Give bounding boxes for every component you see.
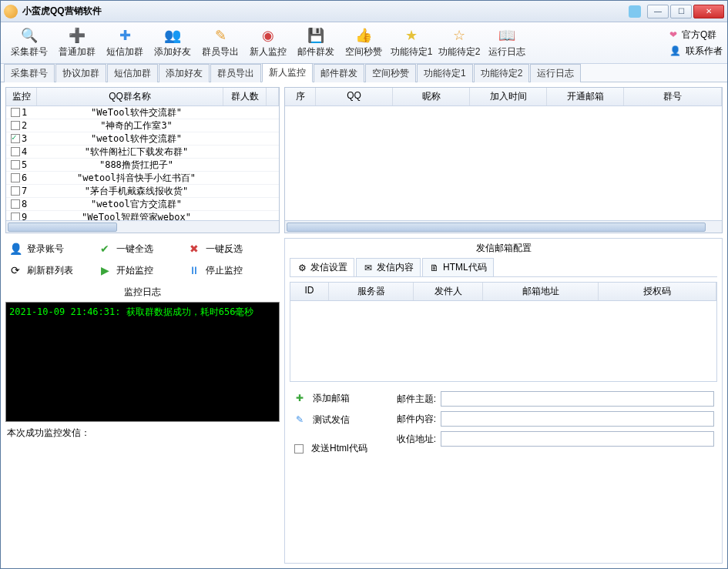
table-row[interactable]: 1"WeTool软件交流群" bbox=[6, 106, 279, 119]
tool-collect-group[interactable]: 🔍采集群号 bbox=[5, 27, 53, 59]
tab-5[interactable]: 新人监控 bbox=[262, 63, 313, 82]
tool-mail-send[interactable]: 💾邮件群发 bbox=[292, 27, 340, 59]
login-account-label: 登录账号 bbox=[27, 243, 64, 256]
group-grid-body[interactable]: 1"WeTool软件交流群"2"神奇的工作室3"3"wetool软件交流群"4"… bbox=[6, 106, 279, 220]
row-checkbox[interactable] bbox=[11, 213, 20, 220]
row-checkbox[interactable] bbox=[11, 173, 20, 182]
scol-1[interactable]: 服务器 bbox=[329, 283, 414, 300]
tab-0[interactable]: 采集群号 bbox=[4, 64, 55, 82]
mail-fields: 邮件主题: 邮件内容: 收信地址: bbox=[391, 391, 714, 455]
tab-10[interactable]: 运行日志 bbox=[530, 64, 581, 82]
tab-3[interactable]: 添加好友 bbox=[159, 64, 210, 82]
tool-placeholder1[interactable]: ★功能待定1 bbox=[387, 27, 435, 59]
rcol-5[interactable]: 群号 bbox=[624, 88, 722, 105]
titlebar: 小蛮虎QQ营销软件 — ☐ ✕ bbox=[1, 1, 727, 22]
select-all-icon: ✔ bbox=[98, 242, 112, 256]
col-monitor[interactable]: 监控 bbox=[6, 88, 37, 105]
row-checkbox[interactable] bbox=[11, 108, 20, 117]
hscrollbar-right[interactable] bbox=[285, 220, 722, 233]
minimize-button[interactable]: — bbox=[647, 5, 669, 18]
input-content[interactable] bbox=[441, 411, 714, 427]
link-official-group[interactable]: ❤官方Q群 bbox=[669, 28, 723, 42]
gem-icon[interactable] bbox=[629, 5, 641, 18]
hscrollbar[interactable] bbox=[6, 220, 279, 233]
row-checkbox[interactable] bbox=[11, 121, 20, 130]
inner-tab-send-settings[interactable]: ⚙发信设置 bbox=[290, 258, 354, 276]
rcol-4[interactable]: 开通邮箱 bbox=[547, 88, 624, 105]
table-row[interactable]: 5"888撸货扛把子" bbox=[6, 159, 279, 172]
server-grid-body[interactable] bbox=[290, 301, 716, 381]
placeholder2-label: 功能待定2 bbox=[438, 45, 481, 59]
btn-add-mailbox[interactable]: ✚添加邮箱 bbox=[293, 391, 385, 405]
monitor-log[interactable]: 2021-10-09 21:46:31: 获取群数据成功，耗时656毫秒 bbox=[5, 302, 280, 422]
input-recv[interactable] bbox=[441, 431, 714, 447]
table-row[interactable]: 3"wetool软件交流群" bbox=[6, 132, 279, 146]
tool-normal-join[interactable]: ➕普通加群 bbox=[53, 27, 101, 59]
send-html-checkbox[interactable]: 发送Html代码 bbox=[293, 442, 385, 455]
btn-invert-select[interactable]: ✖一键反选 bbox=[187, 239, 273, 258]
tab-7[interactable]: 空间秒赞 bbox=[365, 64, 416, 82]
monitor-log-title: 监控日志 bbox=[5, 283, 280, 302]
inner-tab-send-content[interactable]: ✉发信内容 bbox=[356, 258, 421, 276]
btn-test-send[interactable]: ✎测试发信 bbox=[293, 413, 385, 427]
start-monitor-label: 开始监控 bbox=[116, 264, 153, 277]
input-subject[interactable] bbox=[441, 391, 714, 407]
row-checkbox[interactable] bbox=[11, 160, 20, 169]
table-row[interactable]: 2"神奇的工作室3" bbox=[6, 119, 279, 132]
action-button-row: 👤登录账号✔一键全选✖一键反选⟳刷新群列表▶开始监控⏸停止监控 bbox=[5, 233, 280, 283]
field-subject: 邮件主题: bbox=[391, 391, 714, 407]
table-row[interactable]: 4"软件阁社汇下载发布群" bbox=[6, 146, 279, 159]
new-monitor-icon: ◉ bbox=[260, 27, 277, 44]
collect-group-label: 采集群号 bbox=[11, 45, 48, 59]
btn-start-monitor[interactable]: ▶开始监控 bbox=[98, 261, 184, 279]
table-row[interactable]: 9"WeTool智群管家webox" bbox=[6, 211, 279, 220]
window-buttons: — ☐ ✕ bbox=[647, 5, 724, 18]
tab-9[interactable]: 功能待定2 bbox=[474, 64, 530, 82]
link-contact-author[interactable]: 👤联系作者 bbox=[669, 45, 723, 58]
tool-export-members[interactable]: ✎群员导出 bbox=[196, 27, 244, 59]
tab-1[interactable]: 协议加群 bbox=[55, 64, 106, 82]
inner-tab-html-code[interactable]: 🗎HTML代码 bbox=[422, 258, 494, 276]
tool-new-monitor[interactable]: ◉新人监控 bbox=[244, 27, 292, 59]
row-checkbox[interactable] bbox=[11, 134, 20, 143]
row-checkbox[interactable] bbox=[11, 186, 20, 196]
checkbox-icon[interactable] bbox=[294, 444, 304, 454]
tool-add-friend[interactable]: 👥添加好友 bbox=[149, 27, 196, 59]
rcol-0[interactable]: 序 bbox=[285, 88, 316, 105]
table-row[interactable]: 7"茅台手机戴森线报收货" bbox=[6, 185, 279, 198]
btn-login-account[interactable]: 👤登录账号 bbox=[8, 239, 95, 258]
btn-stop-monitor[interactable]: ⏸停止监控 bbox=[187, 261, 273, 279]
close-button[interactable]: ✕ bbox=[693, 5, 724, 18]
tool-space-like[interactable]: 👍空间秒赞 bbox=[340, 27, 387, 59]
col-groupname[interactable]: QQ群名称 bbox=[37, 88, 223, 105]
tool-sms-join[interactable]: ✚短信加群 bbox=[101, 27, 149, 59]
result-grid-body[interactable] bbox=[285, 106, 722, 220]
col-count[interactable]: 群人数 bbox=[223, 88, 267, 105]
invert-select-label: 一键反选 bbox=[206, 243, 243, 256]
tab-6[interactable]: 邮件群发 bbox=[314, 64, 364, 82]
btn-refresh-groups[interactable]: ⟳刷新群列表 bbox=[8, 261, 95, 279]
tab-2[interactable]: 短信加群 bbox=[107, 64, 158, 82]
scol-3[interactable]: 邮箱地址 bbox=[483, 283, 599, 300]
label-recv: 收信地址: bbox=[391, 433, 436, 446]
scol-0[interactable]: ID bbox=[290, 283, 329, 300]
btn-select-all[interactable]: ✔一键全选 bbox=[98, 239, 184, 258]
scol-4[interactable]: 授权码 bbox=[599, 283, 716, 300]
maximize-button[interactable]: ☐ bbox=[670, 5, 692, 18]
row-groupname: "WeTool智群管家webox" bbox=[37, 211, 236, 221]
table-row[interactable]: 8"wetool官方交流群" bbox=[6, 198, 279, 211]
normal-join-label: 普通加群 bbox=[59, 45, 96, 59]
scol-2[interactable]: 发件人 bbox=[414, 283, 483, 300]
tab-8[interactable]: 功能待定1 bbox=[417, 64, 473, 82]
row-groupname: "软件阁社汇下载发布群" bbox=[37, 146, 236, 159]
table-row[interactable]: 6"wetool抖音快手小红书百" bbox=[6, 172, 279, 185]
tool-placeholder2[interactable]: ☆功能待定2 bbox=[435, 27, 483, 59]
rcol-3[interactable]: 加入时间 bbox=[470, 88, 547, 105]
row-checkbox[interactable] bbox=[11, 199, 20, 209]
tool-run-log[interactable]: 📖运行日志 bbox=[483, 27, 531, 59]
select-all-label: 一键全选 bbox=[116, 243, 153, 256]
tab-4[interactable]: 群员导出 bbox=[210, 64, 261, 82]
rcol-1[interactable]: QQ bbox=[316, 88, 393, 105]
row-checkbox[interactable] bbox=[11, 147, 20, 156]
rcol-2[interactable]: 昵称 bbox=[393, 88, 470, 105]
